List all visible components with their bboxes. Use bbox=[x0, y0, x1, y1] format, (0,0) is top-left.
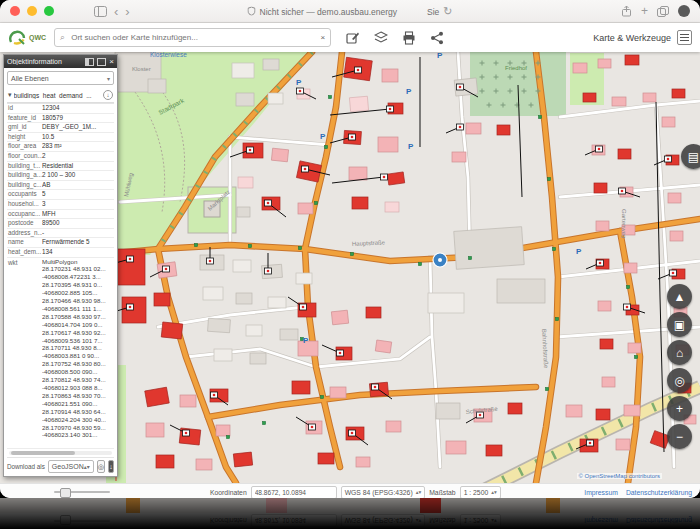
building[interactable] bbox=[600, 339, 613, 349]
background-switcher-button[interactable]: ▣ bbox=[667, 312, 692, 337]
building[interactable] bbox=[154, 293, 170, 306]
building[interactable] bbox=[594, 183, 607, 193]
building[interactable] bbox=[382, 69, 398, 82]
profile-avatar[interactable] bbox=[678, 5, 690, 17]
building[interactable] bbox=[296, 273, 312, 284]
building[interactable] bbox=[566, 405, 582, 417]
building[interactable] bbox=[386, 421, 401, 432]
edit-button[interactable] bbox=[345, 30, 361, 46]
layer-filter-select[interactable]: Alle Ebenen ▾ bbox=[7, 71, 114, 85]
building[interactable] bbox=[331, 310, 348, 325]
building[interactable] bbox=[446, 441, 466, 454]
building[interactable] bbox=[349, 96, 368, 112]
building[interactable] bbox=[122, 297, 146, 323]
layer-export-icon[interactable]: ↓ bbox=[103, 90, 113, 100]
zoom-out-button[interactable]: − bbox=[667, 424, 692, 449]
building[interactable] bbox=[145, 387, 169, 407]
building[interactable] bbox=[486, 445, 502, 456]
building[interactable] bbox=[233, 260, 251, 272]
building[interactable] bbox=[668, 193, 681, 203]
building[interactable] bbox=[452, 152, 466, 162]
building[interactable] bbox=[250, 353, 266, 364]
layers-button[interactable] bbox=[373, 30, 389, 46]
crs-select[interactable]: WGS 84 (EPSG:4326) ▴▾ bbox=[341, 515, 426, 528]
building[interactable] bbox=[318, 453, 334, 464]
building[interactable] bbox=[349, 167, 367, 180]
scale-select[interactable]: 1 : 2500 ▴▾ bbox=[460, 486, 501, 499]
zoom-slider-handle[interactable] bbox=[60, 488, 71, 498]
building[interactable] bbox=[672, 89, 685, 98]
building[interactable] bbox=[436, 403, 460, 419]
zoom-slider[interactable] bbox=[54, 520, 110, 522]
scale-select[interactable]: 1 : 2500 ▴▾ bbox=[460, 515, 501, 528]
building[interactable] bbox=[624, 263, 637, 273]
building[interactable] bbox=[670, 231, 683, 241]
print-button[interactable] bbox=[401, 30, 417, 46]
building[interactable] bbox=[180, 395, 196, 407]
identify-panel-titlebar[interactable]: Objektinformation × bbox=[4, 55, 117, 68]
building[interactable] bbox=[618, 149, 631, 159]
building[interactable] bbox=[236, 293, 252, 304]
building[interactable] bbox=[596, 221, 609, 231]
compass-button[interactable]: ▲ bbox=[667, 284, 692, 309]
building[interactable] bbox=[387, 172, 404, 185]
download-button[interactable]: ↓ bbox=[108, 460, 114, 473]
building[interactable] bbox=[352, 197, 368, 209]
locate-button[interactable]: ◎ bbox=[667, 368, 692, 393]
building[interactable] bbox=[298, 203, 313, 214]
close-window-button[interactable] bbox=[10, 6, 20, 16]
building[interactable] bbox=[428, 293, 464, 313]
sidebar-toggle-icon[interactable] bbox=[94, 6, 107, 17]
building[interactable] bbox=[208, 318, 231, 333]
result-layer-header[interactable]: ▾ buildings_heat_demand_... ↓ bbox=[7, 88, 114, 103]
zoom-slider-handle[interactable] bbox=[60, 515, 71, 525]
footer-link[interactable]: Impressum bbox=[584, 489, 618, 496]
building[interactable] bbox=[598, 301, 611, 311]
building[interactable] bbox=[330, 387, 346, 398]
zoom-slider[interactable] bbox=[54, 491, 110, 493]
building[interactable] bbox=[375, 340, 391, 353]
building[interactable] bbox=[454, 227, 524, 270]
tab-overview-icon[interactable] bbox=[657, 6, 669, 17]
building[interactable] bbox=[263, 59, 279, 70]
building[interactable] bbox=[356, 457, 370, 467]
building[interactable] bbox=[643, 93, 656, 102]
building[interactable] bbox=[236, 93, 254, 106]
minimize-window-button[interactable] bbox=[27, 6, 37, 16]
export-format-select[interactable]: GeoJSON ▴▾ bbox=[48, 460, 94, 473]
zoom-to-feature-button[interactable]: ◎ bbox=[97, 460, 105, 473]
building[interactable] bbox=[497, 279, 545, 303]
selected-feature-marker[interactable] bbox=[433, 253, 447, 267]
building[interactable] bbox=[203, 287, 223, 300]
hamburger-menu-button[interactable] bbox=[677, 30, 692, 45]
building[interactable] bbox=[237, 207, 250, 217]
building[interactable] bbox=[612, 97, 626, 106]
building[interactable] bbox=[156, 455, 174, 468]
building[interactable] bbox=[624, 405, 640, 416]
building[interactable] bbox=[628, 343, 641, 353]
search-input[interactable] bbox=[69, 32, 316, 43]
building[interactable] bbox=[497, 125, 510, 135]
building[interactable] bbox=[596, 409, 610, 420]
building[interactable] bbox=[268, 297, 286, 308]
crs-select[interactable]: WGS 84 (EPSG:4326) ▴▾ bbox=[341, 486, 426, 499]
new-tab-button[interactable]: + bbox=[641, 5, 648, 17]
building[interactable] bbox=[238, 177, 253, 188]
building[interactable] bbox=[616, 439, 630, 450]
building[interactable] bbox=[508, 403, 522, 414]
building[interactable] bbox=[148, 79, 166, 93]
footer-link[interactable]: Datenschutzerklärung bbox=[626, 518, 692, 525]
address-bar[interactable]: Nicht sicher — demo.ausbau.energy Sie ↻ bbox=[247, 6, 452, 17]
building[interactable] bbox=[161, 322, 182, 339]
building[interactable] bbox=[378, 137, 398, 152]
zoom-in-button[interactable]: + bbox=[667, 396, 692, 421]
expander-icon[interactable]: ▾ bbox=[8, 91, 12, 99]
building[interactable] bbox=[214, 349, 232, 361]
close-panel-icon[interactable]: × bbox=[109, 58, 114, 66]
building[interactable] bbox=[196, 459, 212, 470]
maximize-panel-icon[interactable] bbox=[97, 58, 106, 66]
building[interactable] bbox=[246, 325, 262, 336]
building[interactable] bbox=[271, 148, 288, 162]
building[interactable] bbox=[233, 452, 252, 467]
coordinates-input[interactable] bbox=[251, 486, 337, 499]
